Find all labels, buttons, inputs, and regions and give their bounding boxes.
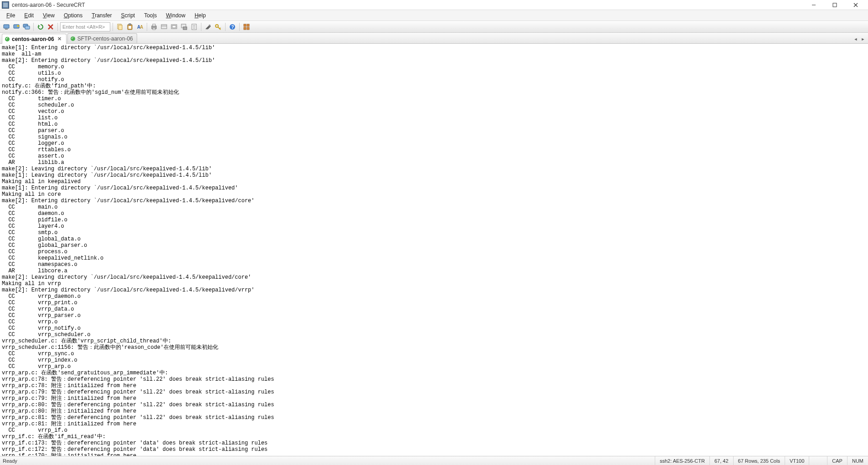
svg-rect-15 [128,26,131,29]
minimize-button[interactable] [803,0,824,10]
svg-rect-1 [833,3,837,7]
close-button[interactable] [845,0,866,10]
quick-connect-icon[interactable] [12,22,21,31]
tab-label: SFTP-centos-aaron-06 [77,36,133,42]
status-term: VT100 [785,456,809,465]
svg-rect-8 [25,26,30,29]
maximize-button[interactable] [824,0,845,10]
menu-help[interactable]: Help [190,10,211,20]
toolbar-separator [147,23,147,31]
toolbar-separator [113,23,113,31]
menu-transfer[interactable]: Transfer [87,10,116,20]
menu-file[interactable]: File [2,10,20,20]
connected-icon [5,37,10,41]
print-screen-icon[interactable] [180,22,189,31]
svg-point-33 [209,25,211,26]
menu-transfer-label: T [92,12,95,19]
svg-rect-14 [129,24,131,25]
screen-icon[interactable] [159,22,169,31]
find-icon[interactable]: AA [135,22,144,31]
status-num: NUM [847,456,868,465]
svg-text:A: A [140,25,143,30]
tab-label: centos-aaron-06 [12,36,54,42]
statusbar: Ready ssh2: AES-256-CTR 67, 42 67 Rows, … [0,456,868,465]
titlebar[interactable]: centos-aaron-06 - SecureCRT [0,0,868,10]
tab-centos-aaron-06[interactable]: centos-aaron-06 ✕ [2,34,67,44]
help-icon[interactable]: ? [228,22,237,31]
key-icon[interactable] [214,22,223,31]
svg-rect-24 [172,26,176,28]
svg-rect-19 [153,24,155,26]
menu-tools-label: l [153,12,154,19]
session-manager-icon[interactable] [242,22,251,31]
toolbar-separator [57,23,58,31]
log-icon[interactable] [190,22,199,31]
paste-icon[interactable] [125,22,134,31]
menu-window-label: W [166,12,171,19]
window-title: centos-aaron-06 - SecureCRT [12,2,803,8]
status-ready: Ready [0,458,17,464]
svg-rect-20 [153,28,155,30]
svg-rect-4 [4,25,9,28]
new-window-icon[interactable] [169,22,179,31]
print-icon[interactable] [149,22,159,31]
svg-rect-42 [247,27,249,30]
svg-rect-40 [247,24,249,26]
svg-rect-21 [161,25,167,29]
connected-icon [71,36,75,41]
menu-edit[interactable]: Edit [20,10,38,20]
copy-icon[interactable] [115,22,124,31]
svg-text:?: ? [231,25,234,30]
status-cap: CAP [827,456,847,465]
menubar: File Edit View Options Transfer Script T… [0,10,868,21]
host-placeholder: Enter host <Alt+R> [62,24,105,30]
tools-icon[interactable] [204,22,213,31]
menu-help-label: H [195,12,199,19]
menu-window[interactable]: Window [161,10,190,20]
menu-options[interactable]: Options [59,10,87,20]
menu-file-label: F [6,12,10,19]
sessions-icon[interactable] [22,22,31,31]
tab-close-icon[interactable]: ✕ [56,36,62,42]
menu-view-label: V [43,12,46,19]
toolbar-separator [201,23,201,31]
connect-icon[interactable] [2,22,11,31]
tab-prev-icon[interactable]: ◄ [853,36,859,42]
terminal-output[interactable]: make[1]: Entering directory `/usr/local/… [0,44,868,456]
status-dimensions: 67 Rows, 235 Cols [733,456,785,465]
menu-edit-label: E [24,12,28,19]
host-input[interactable]: Enter host <Alt+R> [60,22,110,31]
menu-script-label: S [121,12,125,19]
tabbar: centos-aaron-06 ✕ SFTP-centos-aaron-06 ◄… [0,33,868,44]
tab-nav: ◄ ► [853,36,866,43]
menu-tools[interactable]: Tools [139,10,161,20]
toolbar-separator [33,23,34,31]
status-cursor: 67, 42 [709,456,733,465]
menu-view[interactable]: View [38,10,59,20]
svg-rect-39 [244,24,246,26]
menu-script[interactable]: Script [117,10,140,20]
svg-rect-5 [5,29,8,30]
tab-next-icon[interactable]: ► [860,36,866,42]
window-controls [803,0,866,10]
app-icon [2,1,9,9]
status-protocol: ssh2: AES-256-CTR [655,456,709,465]
svg-rect-26 [183,27,187,30]
svg-rect-12 [118,25,122,30]
disconnect-icon[interactable] [46,22,55,31]
toolbar: Enter host <Alt+R> AA ? [0,21,868,33]
tab-sftp-centos-aaron-06[interactable]: SFTP-centos-aaron-06 [67,33,137,43]
toolbar-separator [225,23,226,31]
svg-line-36 [220,28,221,29]
menu-options-label: O [64,12,68,19]
svg-rect-41 [244,27,246,30]
reconnect-icon[interactable] [36,22,45,31]
app-window: centos-aaron-06 - SecureCRT File Edit Vi… [0,0,868,465]
toolbar-separator [239,23,240,31]
